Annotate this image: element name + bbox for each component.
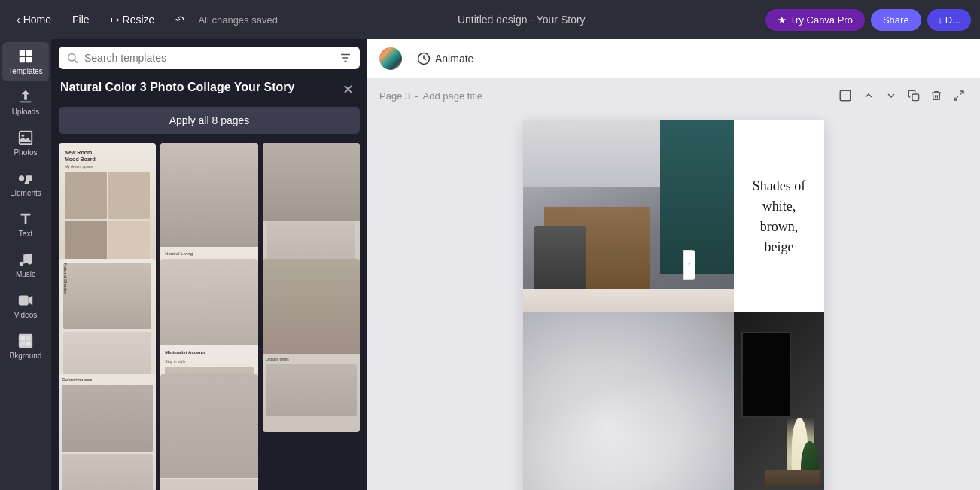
sidebar-item-photos[interactable]: Photos [2, 123, 49, 163]
expand-icon [953, 90, 965, 102]
page-label: Page 3 [379, 90, 410, 102]
svg-rect-1 [26, 50, 32, 56]
sidebar-item-templates[interactable]: Templates [2, 42, 49, 81]
add-page-title[interactable]: Add page title [423, 90, 483, 102]
page-info: Page 3 - Add page title [379, 90, 482, 102]
template-card[interactable]: Organic tones [263, 259, 360, 432]
animate-button[interactable]: Animate [411, 49, 479, 68]
secondary-toolbar: Animate [367, 39, 980, 78]
page-mockup[interactable]: Shades ofwhite, brown,beige [523, 120, 824, 490]
animate-icon [417, 52, 431, 65]
page-controls [835, 86, 968, 105]
save-status: All changes saved [198, 14, 278, 26]
home-button[interactable]: ‹ Home [9, 9, 59, 30]
photo-bottom-left [523, 312, 734, 490]
view-page-button[interactable] [835, 86, 855, 105]
svg-rect-10 [19, 296, 29, 306]
undo-icon: ↶ [175, 14, 184, 26]
color-palette[interactable] [379, 47, 402, 70]
share-button[interactable]: Share [871, 9, 921, 31]
svg-rect-12 [21, 336, 25, 341]
download-button[interactable]: ↓ D... [927, 9, 971, 31]
page-separator: - [415, 90, 418, 102]
svg-rect-22 [840, 90, 851, 101]
sidebar-item-music[interactable]: Music [2, 245, 49, 285]
sidebar-item-uploads[interactable]: Uploads [2, 83, 49, 122]
resize-icon: ↦ [111, 14, 120, 26]
svg-point-8 [20, 262, 24, 266]
template-card[interactable] [160, 374, 257, 490]
chevron-left-icon: ‹ [688, 260, 690, 269]
sidebar-item-elements[interactable]: Elements [2, 164, 49, 203]
try-pro-button[interactable]: ★ Try Canva Pro [765, 9, 865, 31]
sidebar-item-background[interactable]: Bkground [2, 327, 49, 366]
main-area: Templates Uploads Photos Elements Text M… [0, 39, 980, 490]
view-icon [838, 89, 852, 102]
download-icon: ↓ [938, 14, 943, 26]
navbar: ‹ Home File ↦ Resize ↶ All changes saved… [0, 0, 980, 39]
svg-point-5 [22, 134, 25, 137]
template-header: Natural Color 3 Photo Collage Your Story… [51, 74, 367, 102]
canvas-scroll: Shades ofwhite, brown,beige [367, 113, 980, 490]
copy-page-button[interactable] [905, 87, 923, 105]
svg-rect-4 [20, 132, 32, 145]
document-title: Untitled design - Your Story [284, 14, 759, 26]
svg-rect-14 [21, 342, 25, 346]
page-down-button[interactable] [882, 87, 900, 105]
svg-rect-15 [26, 342, 30, 346]
apply-all-pages-button[interactable]: Apply all 8 pages [59, 107, 360, 134]
svg-rect-3 [26, 57, 32, 62]
svg-line-17 [75, 60, 78, 63]
svg-point-9 [28, 260, 32, 265]
expand-page-button[interactable] [950, 87, 968, 105]
chevron-up-icon [863, 90, 875, 102]
svg-rect-13 [26, 336, 30, 341]
copy-icon [908, 90, 920, 102]
canvas-area: Animate Page 3 - Add page title [367, 39, 980, 490]
resize-button[interactable]: ↦ Resize [103, 9, 163, 30]
canvas-text: Shades ofwhite, brown,beige [745, 176, 813, 257]
file-button[interactable]: File [65, 9, 97, 30]
page-up-button[interactable] [860, 87, 878, 105]
svg-point-6 [19, 175, 24, 181]
chevron-left-icon: ‹ [17, 14, 20, 26]
svg-rect-2 [20, 57, 25, 62]
svg-point-16 [68, 54, 75, 61]
search-icon [66, 52, 78, 64]
hide-panel-button[interactable]: ‹ [683, 250, 695, 280]
template-card[interactable]: Cohesiveness [59, 374, 156, 490]
svg-rect-23 [912, 94, 919, 101]
search-bar [59, 47, 360, 69]
undo-button[interactable]: ↶ [168, 9, 192, 30]
trash-icon [930, 90, 942, 102]
chevron-down-icon [885, 90, 897, 102]
close-button[interactable]: ✕ [338, 80, 358, 99]
search-input[interactable] [84, 52, 333, 64]
sidebar-item-text[interactable]: Text [2, 205, 49, 244]
nav-right-buttons: ★ Try Canva Pro Share ↓ D... [765, 9, 971, 31]
templates-grid: New RoomMood Board My dream space Neutra… [51, 138, 367, 490]
icon-sidebar: Templates Uploads Photos Elements Text M… [0, 39, 51, 490]
template-title: Natural Color 3 Photo Collage Your Story [60, 80, 338, 96]
svg-rect-0 [20, 50, 25, 56]
photo-text-right: Shades ofwhite, brown,beige [734, 120, 824, 312]
photo-top-left [523, 120, 734, 312]
page-header: Page 3 - Add page title [367, 78, 980, 113]
crown-icon: ★ [778, 14, 787, 26]
delete-page-button[interactable] [927, 87, 945, 105]
template-panel: Natural Color 3 Photo Collage Your Story… [51, 39, 367, 490]
photo-bottom-right [734, 312, 824, 490]
filter-icon[interactable] [339, 51, 352, 65]
sidebar-item-videos[interactable]: Videos [2, 286, 49, 325]
